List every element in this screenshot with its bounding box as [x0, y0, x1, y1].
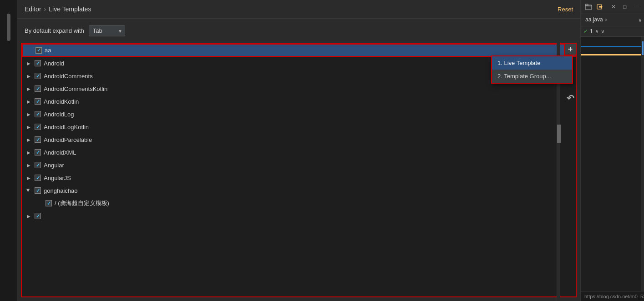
tab-label: aa.java [585, 16, 603, 23]
item-label-gonghaichao: gonghaichao [44, 187, 77, 194]
checkbox-androidlog[interactable] [35, 111, 41, 117]
item-label-androidxml: AndroidXML [44, 149, 76, 156]
breadcrumb-parent: Editor [25, 5, 41, 13]
close-window-icon[interactable]: ✕ [609, 2, 618, 12]
add-dropdown: 1. Live Template 2. Template Group... [491, 55, 573, 84]
add-button[interactable]: + [564, 43, 577, 55]
reset-button[interactable]: Reset [558, 6, 573, 13]
item-label-androidparcelable: AndroidParcelable [44, 136, 92, 143]
expand-label: By default expand with [25, 27, 84, 34]
item-label-gonghaichao-child: / (龚海超自定义模板) [55, 199, 109, 207]
editor-highlight-yellow [581, 54, 641, 55]
item-label-androidkotlin: AndroidKotlin [44, 98, 79, 105]
expand-arrow-androidcomments[interactable]: ▶ [25, 73, 32, 79]
list-item[interactable]: ▶ AndroidLog [22, 108, 576, 120]
expand-arrow-angularjs[interactable]: ▶ [25, 175, 32, 181]
tab-aa-java[interactable]: aa.java × [583, 15, 610, 25]
item-label-angularjs: AngularJS [44, 175, 71, 181]
tab-dropdown-button[interactable]: ∨ [638, 17, 642, 23]
editor-scrollbar[interactable] [641, 37, 644, 291]
actions-sidebar: + 1. Live Template 2. Template Group... … [564, 43, 577, 105]
minimize-icon[interactable]: — [632, 2, 641, 12]
line-indicator-bar: ✓ 1 ∧ ∨ [581, 26, 644, 37]
list-item[interactable]: ▶ gonghaichao [22, 184, 576, 197]
expand-arrow-android[interactable]: ▶ [25, 60, 32, 66]
editor-area [581, 37, 644, 291]
list-item[interactable]: ▶ AndroidCommentsKotlin [22, 82, 576, 95]
status-url: https://blog.csdn.net/m0_52283848 [584, 294, 644, 299]
expand-arrow-androidlog[interactable]: ▶ [25, 111, 32, 117]
expand-arrow-more[interactable]: ▶ [25, 213, 32, 219]
checkbox-more[interactable] [35, 213, 41, 219]
item-label-androidlog: AndroidLog [44, 111, 74, 118]
expand-arrow-angular[interactable]: ▶ [25, 162, 32, 168]
expand-select[interactable]: Tab Enter Space [89, 25, 125, 36]
editor-scrollbar-thumb[interactable] [642, 41, 644, 55]
down-arrow-icon[interactable]: ∨ [601, 28, 605, 35]
item-label-androidlogkotlin: AndroidLogKotlin [44, 124, 89, 130]
checkbox-aa[interactable] [35, 47, 42, 54]
checkbox-gonghaichao[interactable] [35, 187, 41, 194]
settings-panel: Editor › Live Templates Reset By default… [17, 0, 580, 301]
tab-close-icon[interactable]: × [605, 17, 608, 22]
dropdown-item-live-template[interactable]: 1. Live Template [492, 56, 572, 70]
checkbox-androidcomments[interactable] [35, 73, 41, 79]
tab-bar: aa.java × ∨ [581, 14, 644, 26]
checkbox-angular[interactable] [35, 162, 41, 168]
ide-toolbar: ✕ □ — [581, 0, 644, 14]
folder-icon[interactable] [583, 2, 593, 12]
right-ide-panel: ✕ □ — aa.java × ∨ ✓ 1 ∧ ∨ https://blog.c… [580, 0, 644, 301]
list-scrollbar-thumb[interactable] [557, 125, 561, 143]
maximize-icon[interactable]: □ [620, 2, 629, 12]
expand-arrow-androidxml[interactable]: ▶ [25, 149, 32, 156]
expand-row: By default expand with Tab Enter Space ▼ [17, 19, 580, 43]
checkbox-angularjs[interactable] [35, 175, 41, 181]
breadcrumb-separator: › [44, 5, 46, 13]
item-label-androidcomments: AndroidComments [44, 73, 93, 80]
arrow-icon[interactable] [595, 2, 604, 12]
list-item[interactable]: ▶ AngularJS [22, 171, 576, 184]
breadcrumb-current: Live Templates [49, 5, 91, 13]
left-scrollbar [0, 0, 17, 301]
expand-arrow-gonghaichao[interactable]: ▶ [25, 187, 32, 194]
list-item[interactable]: ▶ AndroidLogKotlin [22, 120, 576, 133]
list-item[interactable]: ▶ AndroidXML [22, 146, 576, 159]
checkbox-androidparcelable[interactable] [35, 136, 41, 143]
checkbox-android[interactable] [35, 60, 41, 66]
list-item[interactable]: ▶ aa [22, 44, 576, 57]
up-arrow-icon[interactable]: ∧ [595, 28, 599, 35]
expand-arrow-androidcommentskotlin[interactable]: ▶ [25, 85, 32, 92]
list-item[interactable]: ▶ Angular [22, 159, 576, 171]
checkbox-androidkotlin[interactable] [35, 98, 41, 105]
editor-highlight-blue [581, 46, 641, 47]
expand-arrow-androidkotlin[interactable]: ▶ [25, 98, 32, 105]
template-list-container: ▶ aa ▶ Android ▶ AndroidComments ▶ Andro… [17, 43, 580, 301]
item-label-android: Android [44, 60, 64, 67]
settings-header: Editor › Live Templates Reset [17, 0, 580, 19]
checkbox-androidlogkotlin[interactable] [35, 124, 41, 130]
item-label-aa: aa [45, 47, 51, 54]
expand-arrow-androidparcelable[interactable]: ▶ [25, 136, 32, 143]
breadcrumb: Editor › Live Templates [25, 5, 91, 13]
dropdown-item-template-group[interactable]: 2. Template Group... [492, 70, 572, 83]
status-bar: https://blog.csdn.net/m0_52283848 [581, 291, 644, 301]
list-item[interactable]: ▶ AndroidParcelable [22, 133, 576, 146]
item-label-angular: Angular [44, 162, 64, 169]
checkbox-gonghaichao-child[interactable] [46, 200, 52, 206]
list-item[interactable]: ▶ / (龚海超自定义模板) [22, 197, 576, 210]
expand-arrow-androidlogkotlin[interactable]: ▶ [25, 124, 32, 130]
undo-button[interactable]: ↶ [564, 92, 577, 105]
check-icon: ✓ [583, 28, 588, 35]
list-item[interactable]: ▶ [22, 210, 576, 222]
checkbox-androidxml[interactable] [35, 149, 41, 156]
checkbox-androidcommentskotlin[interactable] [35, 85, 41, 92]
line-number: 1 [590, 28, 593, 35]
item-label-androidcommentskotlin: AndroidCommentsKotlin [44, 85, 107, 92]
scrollbar-thumb[interactable] [7, 14, 10, 41]
list-item[interactable]: ▶ AndroidKotlin [22, 95, 576, 108]
expand-select-wrapper: Tab Enter Space ▼ [89, 25, 125, 36]
